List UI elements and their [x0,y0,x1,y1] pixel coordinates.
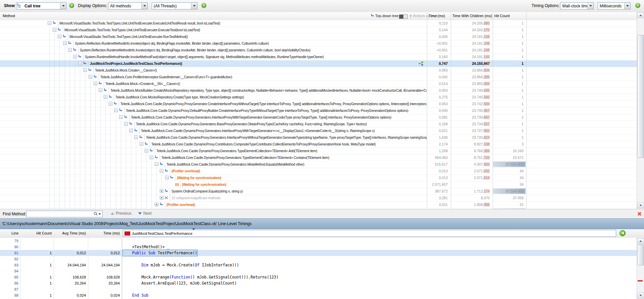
collapse-node-box[interactable]: - [53,28,56,32]
timing-mode-dropdown-arrow[interactable] [587,3,593,9]
collapse-node-box[interactable]: - [140,142,143,146]
collapse-node-box[interactable]: - [94,82,97,85]
collapse-node-box[interactable]: - [119,115,123,119]
code-scrollbar-thumb[interactable] [637,245,644,265]
collapse-node-box[interactable]: - [129,129,133,132]
hit-count-column-header-code[interactable]: Hit Count [22,231,52,235]
time-with-children-column-header[interactable]: Time With Children (ms) [452,14,492,18]
code-line[interactable]: 79 [0,238,637,244]
next-button[interactable]: Next [138,211,152,216]
tree-row[interactable]: -Microsoft.VisualStudio.TestTools.TestTy… [0,20,637,27]
code-line[interactable]: 83124.044,19424.044,194 Dim mJob = Mock.… [0,262,637,268]
source-code-view[interactable]: 7980 <TestMethod()> _8110,0120,012 Publi… [0,238,644,299]
tree-row[interactable]: -System.Reflection.RuntimeMethodInfo.Inv… [0,40,637,47]
methods-filter-select[interactable]: All methods [108,2,148,9]
collapse-node-box[interactable]: - [104,95,107,99]
show-in-related-views-icon[interactable] [419,61,423,67]
tree-row[interactable]: -Microsoft.VisualStudio.TestTools.TestTy… [0,34,637,40]
collapse-node-box[interactable]: - [124,122,128,126]
collapse-node-box[interactable]: - [109,102,112,105]
collapse-node-box[interactable]: - [165,176,169,179]
tree-row[interactable]: -Microsoft.VisualStudio.TestTools.TestTy… [0,27,637,34]
collapse-node-box[interactable]: - [68,48,72,52]
tree-row[interactable]: -Telerik.JustMock.Core.Castle.DynamicPro… [0,161,637,168]
tree-row[interactable]: -Telerik.JustMock.Core.Castle.DynamicPro… [0,121,637,128]
help-icon[interactable]: ? [69,3,74,8]
collapse-node-box[interactable]: - [58,35,61,38]
tree-row[interactable]: -Telerik.JustMock.Mock.<Create>b__55<__C… [0,81,637,87]
method-column-header[interactable]: Method [3,14,15,18]
code-line[interactable]: 87 [0,286,637,292]
tree-row[interactable]: -Telerik.JustMock.Core.Castle.DynamicPro… [0,155,637,161]
tree-row[interactable]: -JustMockTestProject.JustMockTestClass.T… [0,60,637,67]
collapse-node-box[interactable]: - [73,55,77,58]
collapse-node-box[interactable]: - [99,88,102,92]
expand-node-box[interactable]: + [160,189,163,193]
hit-count-column-header[interactable]: Hit Count [494,14,510,18]
help-icon-3[interactable]: ? [635,3,640,8]
code-line[interactable]: 851108,628108,628 Mock.Arrange(Function(… [0,274,637,280]
collapse-node-box[interactable]: - [155,162,158,166]
expand-node-box[interactable]: + [160,196,163,200]
code-line[interactable]: 80 <TestMethod()> _ [0,244,637,250]
collapse-node-box[interactable]: - [83,68,87,72]
help-icon-2[interactable]: ? [201,3,206,8]
tree-row[interactable]: -Telerik.JustMock.Mock.Create<__Canon>()… [0,67,637,74]
code-line[interactable]: 8110,0120,012 Public Sub TestPerformance… [0,250,637,256]
line-column-header[interactable]: Line [0,231,18,235]
tree-row[interactable]: -System.Reflection.RuntimeMethodInfo.Inv… [0,47,637,54]
collapse-node-box[interactable]: - [78,61,82,65]
navigate-back-button[interactable] [620,230,626,236]
collapse-node-box[interactable]: - [89,75,92,79]
code-scrollbar[interactable] [637,238,644,299]
code-line[interactable]: 84 [0,268,637,274]
time-column-header[interactable]: Time (ms) [429,14,445,18]
tree-row[interactable]: -(Profiler overhead)0,0132.071,63234 [0,168,637,175]
tree-row[interactable]: -Telerik.JustMock.Core.MocksRepository.C… [0,94,637,101]
code-line[interactable]: 86120,26420,264 Assert.AreEqual(123, mJo… [0,280,637,286]
expand-node-box[interactable]: + [155,203,158,206]
code-scroll-up-button[interactable] [637,238,644,244]
tree-scrollbar-thumb[interactable] [637,35,644,158]
method-selector-combo[interactable]: JustMockTestClass.TestPerformance [123,230,616,237]
tree-row[interactable]: (Waiting for synchronization)2.071,60734 [0,181,637,188]
call-tree[interactable]: -Microsoft.VisualStudio.TestTools.TestTy… [0,20,644,209]
code-line[interactable]: 8810,0240,024 End Sub [0,292,637,298]
collapse-node-box[interactable]: - [160,169,163,173]
time-column-header-code[interactable]: Time (ms) [90,231,120,235]
tree-row[interactable]: -Telerik.JustMock.MockBuilder.Create(Moc… [0,87,637,94]
tree-row[interactable]: -Telerik.JustMock.Core.Castle.DynamicPro… [0,108,637,114]
tree-scrollbar[interactable] [637,12,644,209]
tree-row[interactable]: -Telerik.JustMock.Core.Castle.DynamicPro… [0,148,637,155]
collapse-node-box[interactable]: - [48,21,51,25]
view-selector-dropdown-arrow[interactable] [60,3,66,9]
tree-row[interactable]: -Telerik.JustMock.Core.Castle.DynamicPro… [0,114,637,121]
tree-row[interactable]: -System.RuntimeMethodHandle.InvokeMethod… [0,54,637,60]
collapse-node-box[interactable]: - [63,41,67,45]
threads-filter-select[interactable]: (All Threads) [152,2,197,9]
method-selector-dropdown-arrow[interactable] [192,230,195,237]
collapse-node-box[interactable]: - [134,135,138,139]
tree-row[interactable]: -Telerik.JustMock.Core.Castle.DynamicPro… [0,128,637,134]
time-unit-select[interactable]: Milliseconds [598,2,631,9]
code-scroll-down-button[interactable] [637,293,644,298]
code-line[interactable]: 82 [0,256,637,262]
find-method-input[interactable] [27,211,94,217]
collapse-node-box[interactable]: - [150,156,153,159]
tree-row[interactable]: -Telerik.JustMock.Core.Castle.DynamicPro… [0,141,637,148]
tree-row[interactable]: +10 collapsed insignificant methods.3,28… [0,195,637,202]
top-down-tree-toggle[interactable]: Top-down tree [375,14,399,18]
collapse-node-box[interactable]: - [114,109,118,112]
close-find-bar-icon[interactable] [637,212,641,216]
tree-row[interactable]: -Telerik.JustMock.Core.ProfilerIntercept… [0,74,637,81]
previous-button[interactable]: Previous [111,211,132,216]
collapse-node-box[interactable]: - [145,149,148,153]
tree-scroll-up-button[interactable] [637,12,644,18]
view-selector[interactable]: Call tree [16,2,66,9]
tree-row[interactable]: +(Profiler overhead)0,0111.808,98831 [0,202,637,208]
tree-row[interactable]: -Telerik.JustMock.Core.Castle.DynamicPro… [0,101,637,108]
tree-row[interactable]: -Telerik.JustMock.Core.Castle.DynamicPro… [0,134,637,141]
time-unit-dropdown-arrow[interactable] [624,3,630,9]
threads-filter-dropdown-arrow[interactable] [191,3,197,9]
tree-row[interactable]: -(Waiting for synchronization)0,0132.071… [0,175,637,181]
